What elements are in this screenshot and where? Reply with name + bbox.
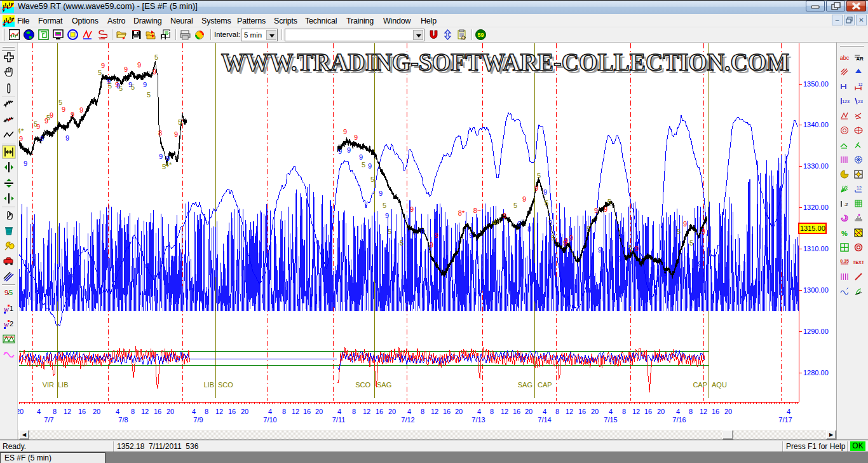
svg-text:9: 9: [36, 123, 40, 130]
svg-text:9: 9: [435, 232, 438, 239]
svg-text:8: 8: [555, 408, 559, 415]
svg-text:9: 9: [683, 220, 687, 228]
svg-text:4: 4: [37, 408, 41, 415]
svg-text:5: 5: [108, 82, 112, 90]
svg-text:4: 4: [676, 408, 680, 415]
svg-text:abc: abc: [840, 55, 850, 61]
svg-text:7/8: 7/8: [118, 416, 128, 424]
svg-text:20: 20: [455, 408, 463, 415]
svg-text:9: 9: [159, 153, 163, 160]
svg-text:23: 23: [858, 99, 863, 104]
svg-text:8: 8: [490, 408, 494, 415]
svg-text:4: 4: [192, 408, 196, 415]
svg-text:20: 20: [525, 408, 532, 415]
svg-text:16: 16: [78, 408, 86, 415]
svg-text:SAG: SAG: [518, 381, 532, 389]
svg-text:12: 12: [858, 83, 863, 86]
svg-text:1350.00: 1350.00: [803, 80, 829, 88]
svg-text:5: 5: [400, 239, 403, 247]
svg-text:7/17: 7/17: [778, 416, 792, 424]
svg-text:4*: 4*: [165, 161, 172, 169]
svg-text:9: 9: [124, 66, 128, 73]
svg-text:1315.00: 1315.00: [800, 225, 825, 232]
svg-text:5: 5: [98, 69, 102, 76]
svg-text:4: 4: [543, 408, 546, 415]
svg-text:9: 9: [368, 162, 372, 170]
svg-text:4: 4: [609, 408, 613, 415]
svg-text:12: 12: [431, 408, 438, 415]
svg-text:5: 5: [587, 225, 590, 233]
svg-text:9: 9: [430, 241, 433, 249]
svg-text:9: 9: [534, 184, 538, 192]
svg-text:LIB: LIB: [58, 381, 69, 389]
svg-text:4: 4: [268, 408, 272, 415]
svg-text:9: 9: [594, 207, 598, 214]
svg-text:VIR: VIR: [43, 381, 54, 389]
svg-text:8: 8: [421, 408, 424, 415]
svg-text:9: 9: [564, 237, 568, 244]
svg-text:12: 12: [64, 408, 71, 415]
svg-text:20: 20: [724, 408, 732, 415]
svg-text:9: 9: [548, 219, 552, 226]
svg-text:9: 9: [79, 106, 83, 114]
svg-text:4: 4: [116, 408, 119, 415]
svg-text:TEXT: TEXT: [853, 260, 864, 265]
svg-text:8: 8: [527, 225, 531, 233]
svg-text:5: 5: [119, 85, 123, 92]
svg-text:9: 9: [50, 111, 53, 119]
svg-text:5: 5: [370, 176, 374, 183]
svg-text:AR: AR: [856, 56, 864, 62]
svg-text:5: 5: [383, 202, 386, 209]
svg-text:5: 5: [628, 244, 632, 251]
svg-text:SCO: SCO: [355, 381, 370, 389]
svg-text:9: 9: [517, 220, 521, 228]
svg-text:5: 5: [9, 289, 13, 296]
svg-text:9: 9: [522, 195, 526, 203]
svg-text:20: 20: [591, 408, 599, 415]
svg-text:5: 5: [545, 199, 548, 207]
svg-text:4: 4: [477, 408, 481, 415]
svg-text:9: 9: [19, 135, 23, 142]
svg-text:5: 5: [178, 118, 182, 126]
svg-text:20: 20: [18, 408, 24, 415]
svg-text:LIB: LIB: [203, 381, 214, 389]
svg-text:4: 4: [407, 408, 411, 415]
svg-text:0.35: 0.35: [840, 259, 849, 263]
svg-text:9: 9: [40, 135, 44, 142]
svg-text:9: 9: [71, 111, 74, 118]
svg-text:9: 9: [698, 260, 702, 268]
svg-text:12: 12: [566, 408, 573, 415]
svg-text:1300.00: 1300.00: [803, 286, 829, 294]
svg-text:9: 9: [569, 234, 573, 242]
svg-text:5: 5: [607, 198, 611, 205]
svg-text:8: 8: [421, 228, 424, 235]
svg-text:20: 20: [388, 408, 396, 415]
svg-text:59: 59: [477, 32, 484, 38]
svg-text:8: 8: [622, 408, 626, 415]
svg-text:5: 5: [537, 172, 541, 179]
svg-text:9: 9: [343, 128, 347, 135]
svg-text:16: 16: [303, 408, 311, 415]
svg-text:7/13: 7/13: [471, 416, 485, 424]
svg-text:8: 8: [158, 129, 162, 137]
svg-text:9: 9: [338, 148, 342, 155]
svg-text:8: 8: [282, 408, 286, 415]
svg-text:AQU: AQU: [712, 381, 727, 389]
svg-text:4*: 4*: [18, 127, 24, 135]
svg-text:1340.00: 1340.00: [803, 121, 829, 128]
svg-text:9: 9: [153, 68, 156, 76]
svg-text:5: 5: [551, 234, 555, 242]
svg-text:CAP: CAP: [538, 381, 552, 389]
svg-text:9: 9: [174, 130, 178, 138]
svg-text:16: 16: [712, 408, 719, 415]
svg-text:20: 20: [657, 408, 665, 415]
svg-text:8: 8: [53, 408, 57, 415]
svg-text:12: 12: [141, 408, 149, 415]
svg-text:8*: 8*: [458, 209, 465, 217]
svg-text:7/9: 7/9: [193, 416, 203, 424]
svg-text:16: 16: [513, 408, 520, 415]
svg-text:9: 9: [137, 61, 141, 69]
svg-text:12: 12: [501, 408, 508, 415]
svg-text:16: 16: [228, 408, 236, 415]
svg-text:1330.00: 1330.00: [803, 162, 829, 170]
